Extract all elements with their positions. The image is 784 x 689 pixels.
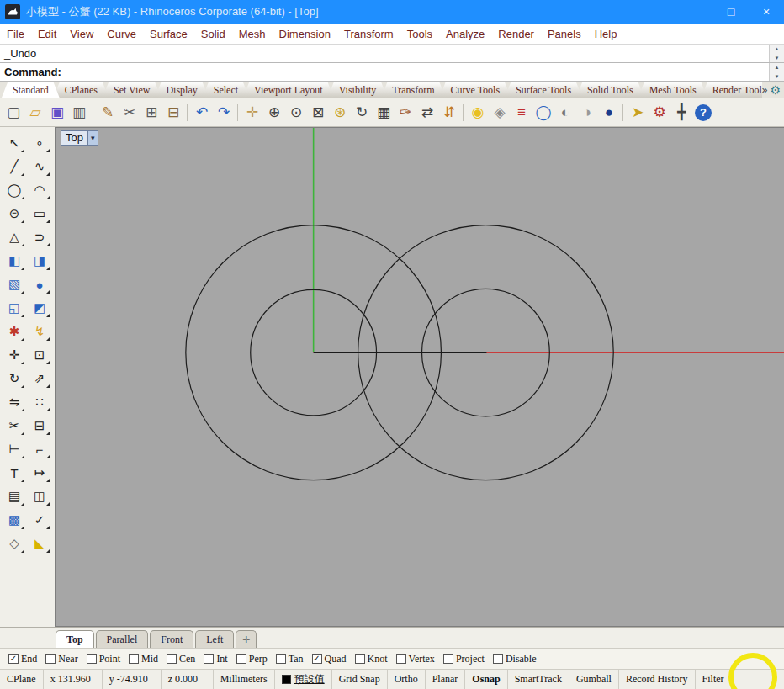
menu-mesh[interactable]: Mesh xyxy=(232,28,273,40)
extend-icon[interactable]: ⊢ xyxy=(3,438,26,460)
scale-icon[interactable]: ⇗ xyxy=(29,368,51,390)
osnap-int[interactable]: Int xyxy=(204,653,227,665)
command-scroll-up-icon[interactable]: ▲ xyxy=(770,63,784,72)
surface-from-curves-icon[interactable]: ◨ xyxy=(29,250,51,272)
hatch-icon[interactable]: ▤ xyxy=(3,485,26,507)
status-layer[interactable]: 預設值 xyxy=(275,670,332,689)
shaded-view-icon[interactable]: ✑ xyxy=(395,102,416,124)
pan-view-icon[interactable]: ⇄ xyxy=(416,102,438,124)
toolbar-tab-curve-tools[interactable]: Curve Tools xyxy=(440,82,511,98)
menu-edit[interactable]: Edit xyxy=(31,28,63,40)
tab-overflow-chevron-icon[interactable]: » xyxy=(762,84,768,96)
toolbar-tab-standard[interactable]: Standard xyxy=(2,82,60,98)
rotate-view-icon[interactable]: ↻ xyxy=(351,102,373,124)
viewport-tab-parallel[interactable]: Parallel xyxy=(96,630,149,648)
curve-icon[interactable]: ∿ xyxy=(29,156,51,178)
viewport-tab-front[interactable]: Front xyxy=(150,630,193,648)
checkbox-near[interactable] xyxy=(45,654,56,664)
close-button[interactable]: × xyxy=(749,0,784,24)
menu-panels[interactable]: Panels xyxy=(541,28,588,40)
checkbox-vertex[interactable] xyxy=(396,654,406,664)
viewport-dropdown-icon[interactable]: ▾ xyxy=(87,131,98,145)
surface-plane-icon[interactable]: ◧ xyxy=(3,250,26,272)
checkbox-mid[interactable] xyxy=(129,654,139,664)
extrude-icon[interactable]: ◱ xyxy=(3,297,26,319)
boolean-union-icon[interactable]: ✱ xyxy=(3,321,26,342)
fillet-edge-icon[interactable]: ↯ xyxy=(29,321,51,342)
rotate-icon[interactable]: ↻ xyxy=(3,368,26,390)
toolbar-tab-surface-tools[interactable]: Surface Tools xyxy=(505,82,582,98)
menu-help[interactable]: Help xyxy=(588,28,624,40)
menu-render[interactable]: Render xyxy=(491,28,541,40)
text-icon[interactable]: T xyxy=(3,462,26,484)
check-objects-icon[interactable]: ✓ xyxy=(29,509,51,531)
toolbar-tab-set-view[interactable]: Set View xyxy=(103,82,161,98)
zoom-selected-icon[interactable]: ⊛ xyxy=(329,102,351,124)
menu-analyze[interactable]: Analyze xyxy=(439,28,491,40)
menu-curve[interactable]: Curve xyxy=(100,28,143,40)
status-filter[interactable]: Filter xyxy=(696,670,732,689)
checkbox-perp[interactable] xyxy=(236,654,246,664)
menu-transform[interactable]: Transform xyxy=(337,28,400,40)
toolbar-tab-visibility[interactable]: Visibility xyxy=(328,82,388,98)
checkbox-cen[interactable] xyxy=(167,654,177,664)
menu-dimension[interactable]: Dimension xyxy=(273,28,337,40)
viewport-tab-left[interactable]: Left xyxy=(195,630,234,648)
osnap-project[interactable]: Project xyxy=(443,653,485,665)
redo-icon[interactable]: ↷ xyxy=(213,102,235,124)
checkbox-project[interactable] xyxy=(443,654,453,664)
osnap-end[interactable]: ✓End xyxy=(8,653,37,665)
checkbox-tan[interactable] xyxy=(276,654,286,664)
lamp-icon[interactable]: ◉ xyxy=(467,102,489,124)
lock-icon[interactable]: ◈ xyxy=(489,102,511,124)
layers-icon[interactable]: ≡ xyxy=(511,102,532,124)
osnap-perp[interactable]: Perp xyxy=(236,653,268,665)
point-icon[interactable]: ∘ xyxy=(29,132,51,154)
split-icon[interactable]: ⊟ xyxy=(29,415,51,437)
viewport-layout-icon[interactable]: ▦ xyxy=(373,102,395,124)
annotate-wedge-icon[interactable]: ◣ xyxy=(29,533,51,554)
osnap-tan[interactable]: Tan xyxy=(276,653,304,665)
osnap-vertex[interactable]: Vertex xyxy=(396,653,435,665)
paste-icon[interactable]: ⊟ xyxy=(162,102,184,124)
pan-icon[interactable]: ✛ xyxy=(241,102,263,124)
new-file-icon[interactable]: ▢ xyxy=(3,102,24,124)
command-input-row[interactable]: Command: ▲ ▼ xyxy=(0,63,784,82)
viewport-tab-top[interactable]: Top xyxy=(56,630,94,648)
ellipse-icon[interactable]: ⊜ xyxy=(3,203,26,225)
cplane-origin-icon[interactable]: ╋ xyxy=(670,102,692,124)
checkbox-point[interactable] xyxy=(87,654,97,664)
osnap-mid[interactable]: Mid xyxy=(129,653,158,665)
osnap-knot[interactable]: Knot xyxy=(355,653,388,665)
tab-gear-icon[interactable]: ⚙ xyxy=(770,83,781,97)
toolbar-tab-viewport-layout[interactable]: Viewport Layout xyxy=(243,82,334,98)
minimize-button[interactable]: – xyxy=(678,0,713,24)
history-scroll-down-icon[interactable]: ▼ xyxy=(770,54,784,63)
copy-object-icon[interactable]: ⊡ xyxy=(29,344,51,366)
polygon-icon[interactable]: △ xyxy=(3,226,26,248)
menu-tools[interactable]: Tools xyxy=(400,28,439,40)
cut-icon[interactable]: ✂ xyxy=(119,102,140,124)
array-icon[interactable]: ∷ xyxy=(29,391,51,413)
move-icon[interactable]: ✛ xyxy=(3,344,26,366)
viewport-title[interactable]: Top ▾ xyxy=(61,130,98,146)
checkbox-quad[interactable]: ✓ xyxy=(312,654,322,664)
sphere-icon[interactable]: ● xyxy=(29,273,51,295)
toolbar-tab-transform[interactable]: Transform xyxy=(381,82,445,98)
status-grid-snap[interactable]: Grid Snap xyxy=(332,670,388,689)
viewport-top[interactable]: Top ▾ xyxy=(55,127,784,627)
undo-icon[interactable]: ↶ xyxy=(191,102,213,124)
osnap-cen[interactable]: Cen xyxy=(167,653,195,665)
osnap-disable[interactable]: Disable xyxy=(493,653,537,665)
toolbar-tab-cplanes[interactable]: CPlanes xyxy=(54,82,109,98)
toolbar-tab-render-tools[interactable]: Render Tools xyxy=(702,82,762,98)
status-gumball[interactable]: Gumball xyxy=(569,670,619,689)
dimension-icon[interactable]: ↦ xyxy=(29,462,51,484)
checkbox-end[interactable]: ✓ xyxy=(8,654,19,664)
status-smarttrack[interactable]: SmartTrack xyxy=(508,670,569,689)
named-views-icon[interactable]: ⇵ xyxy=(438,102,460,124)
selection-filter-icon[interactable]: ➤ xyxy=(627,102,649,124)
help-icon[interactable]: ? xyxy=(695,104,712,121)
zoom-extents-icon[interactable]: ⊠ xyxy=(307,102,329,124)
toolbar-tab-solid-tools[interactable]: Solid Tools xyxy=(576,82,644,98)
